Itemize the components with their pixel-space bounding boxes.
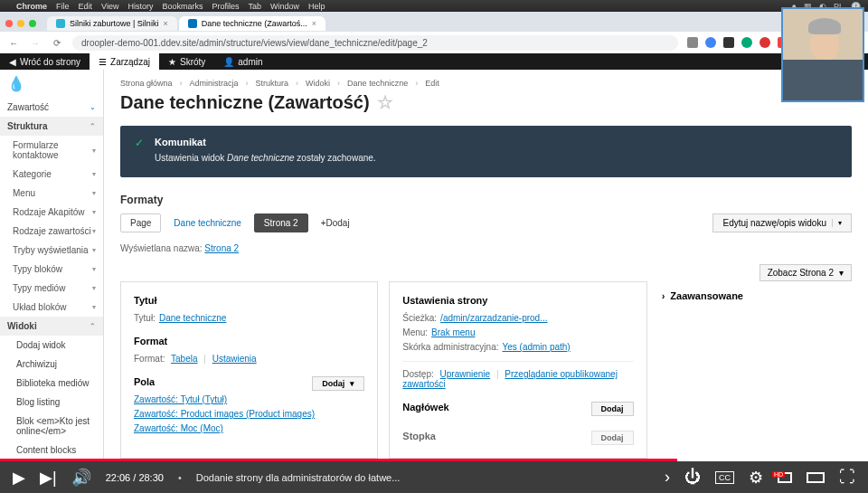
toolbar-manage[interactable]: ☰ Zarządzaj bbox=[90, 53, 159, 70]
forward-button: → bbox=[29, 38, 42, 48]
toolbar-back[interactable]: ◀ Wróć do strony bbox=[0, 53, 90, 70]
captions-button[interactable]: CC bbox=[715, 471, 734, 484]
display-tab-strona2[interactable]: Strona 2 bbox=[254, 213, 308, 232]
field-link[interactable]: Zawartość: Moc (Moc) bbox=[134, 423, 223, 433]
video-controls: ▶ ▶| 🔊 22:06 / 28:30 • Dodanie strony dl… bbox=[0, 461, 868, 493]
url-input[interactable]: droopler-demo-001.ddev.site/admin/struct… bbox=[72, 35, 678, 51]
play-button[interactable]: ▶ bbox=[13, 468, 25, 488]
sidebar-item[interactable]: Content blocks bbox=[0, 441, 103, 460]
window-controls[interactable] bbox=[5, 20, 36, 27]
next-button[interactable]: ▶| bbox=[40, 468, 57, 488]
access-link[interactable]: Uprawnienie bbox=[440, 369, 491, 379]
browser-tab-1[interactable]: Silniki zaburtowe | Silniki × bbox=[47, 16, 177, 31]
sidebar-item[interactable]: Formularze kontaktowe▾ bbox=[0, 136, 103, 165]
format-link[interactable]: Tabela bbox=[171, 354, 197, 364]
sidebar-item[interactable]: Biblioteka mediów bbox=[0, 374, 103, 393]
drupal-logo-icon[interactable]: 💧 bbox=[0, 70, 103, 98]
display-tab-add[interactable]: +Dodaj bbox=[312, 214, 359, 232]
autoplay-toggle[interactable]: ⏻ bbox=[684, 468, 701, 487]
app-name[interactable]: Chrome bbox=[16, 2, 47, 11]
chevron-down-icon: ▾ bbox=[350, 379, 354, 388]
sidebar-item[interactable]: Kategorie▾ bbox=[0, 165, 103, 184]
chevron-down-icon: ▾ bbox=[839, 268, 844, 278]
sidebar-item[interactable]: Blok <em>Kto jest online</em> bbox=[0, 412, 103, 441]
chapter-next-icon[interactable]: › bbox=[665, 468, 670, 487]
hamburger-icon: ☰ bbox=[99, 57, 107, 67]
admin-sidebar: 💧 Zawartość⌄ Struktura⌃ Formularze konta… bbox=[0, 70, 104, 461]
sidebar-item[interactable]: Tryby wyświetlania▾ bbox=[0, 241, 103, 260]
sidebar-structure[interactable]: Struktura⌃ bbox=[0, 117, 103, 136]
advanced-toggle[interactable]: › Zaawansowane bbox=[662, 290, 839, 301]
panel-page-settings: Ustawienia strony Ścieżka:/admin/zarzadz… bbox=[389, 281, 646, 459]
sidebar-item[interactable]: Rodzaje Akapitów▾ bbox=[0, 203, 103, 222]
presenter-webcam bbox=[781, 7, 864, 102]
video-title: Dodanie strony dla administratorów do ła… bbox=[196, 472, 650, 483]
theater-button[interactable] bbox=[807, 472, 825, 483]
menu-link[interactable]: Brak menu bbox=[431, 327, 475, 337]
sidebar-item[interactable]: Typy mediów▾ bbox=[0, 279, 103, 298]
sidebar-views[interactable]: Widoki⌃ bbox=[0, 317, 103, 336]
macos-menubar: Chrome File Edit View History Bookmarks … bbox=[0, 0, 868, 12]
admin-toolbar: ◀ Wróć do strony ☰ Zarządzaj ★ Skróty 👤 … bbox=[0, 53, 868, 70]
reload-button[interactable]: ⟳ bbox=[51, 38, 63, 48]
sidebar-item[interactable]: Rodzaje zawartości▾ bbox=[0, 222, 103, 241]
close-icon[interactable]: × bbox=[163, 19, 167, 28]
access-perm-link[interactable]: Przeglądanie opublikowanej zawartości bbox=[402, 369, 618, 389]
user-icon: 👤 bbox=[223, 57, 234, 67]
close-icon[interactable]: × bbox=[312, 19, 316, 28]
panel-title-format-fields: Tytuł Tytuł:Dane techniczne Format Forma… bbox=[120, 281, 378, 459]
volume-button[interactable]: 🔊 bbox=[71, 468, 91, 488]
skin-link[interactable]: Yes (admin path) bbox=[502, 342, 570, 352]
chevron-down-icon[interactable]: ▾ bbox=[832, 219, 842, 227]
page-title: Dane techniczne (Zawartość) ☆ bbox=[104, 88, 868, 126]
sidebar-item[interactable]: Układ bloków▾ bbox=[0, 298, 103, 317]
edit-view-name-button[interactable]: Edytuj nazwę/opis widoku▾ bbox=[712, 213, 852, 232]
formats-heading: Formaty bbox=[120, 194, 852, 206]
display-tab-data[interactable]: Dane techniczne bbox=[165, 214, 250, 232]
sidebar-content[interactable]: Zawartość⌄ bbox=[0, 98, 103, 117]
panel-advanced: › Zaawansowane bbox=[658, 281, 852, 459]
display-tab-page[interactable]: Page bbox=[120, 213, 161, 232]
settings-button[interactable]: ⚙HD bbox=[749, 468, 763, 488]
star-icon: ★ bbox=[168, 57, 176, 67]
view-display-dropdown[interactable]: Zobacz Strona 2▾ bbox=[760, 264, 852, 281]
main-content: Strona główna› Administracja› Struktura›… bbox=[104, 70, 868, 461]
back-button[interactable]: ← bbox=[7, 38, 20, 48]
sidebar-item[interactable]: Dodaj widok bbox=[0, 336, 103, 355]
chevron-right-icon: › bbox=[662, 290, 665, 301]
add-footer-button[interactable]: Dodaj bbox=[591, 431, 634, 445]
toolbar-user[interactable]: 👤 admin bbox=[214, 53, 271, 70]
check-icon: ✓ bbox=[135, 137, 144, 163]
format-settings-link[interactable]: Ustawienia bbox=[212, 354, 257, 364]
fullscreen-button[interactable]: ⛶ bbox=[839, 468, 855, 487]
video-time: 22:06 / 28:30 bbox=[106, 472, 164, 483]
field-link[interactable]: Zawartość: Product images (Product image… bbox=[134, 409, 315, 419]
star-outline-icon[interactable]: ☆ bbox=[377, 91, 393, 113]
toolbar-shortcuts[interactable]: ★ Skróty bbox=[159, 53, 214, 70]
title-link[interactable]: Dane techniczne bbox=[159, 313, 227, 323]
breadcrumb: Strona główna› Administracja› Struktura›… bbox=[104, 70, 868, 88]
path-link[interactable]: /admin/zarzadzanie-prod... bbox=[440, 313, 547, 323]
back-icon: ◀ bbox=[9, 57, 16, 67]
status-message: ✓ Komunikat Ustawienia widok Dane techni… bbox=[120, 126, 852, 177]
display-name-link[interactable]: Strona 2 bbox=[204, 243, 239, 253]
add-header-button[interactable]: Dodaj bbox=[591, 402, 634, 416]
browser-tab-2[interactable]: Dane techniczne (Zawartoś... × bbox=[179, 16, 326, 31]
sidebar-item[interactable]: Archiwizuj bbox=[0, 355, 103, 374]
sidebar-item[interactable]: Menu▾ bbox=[0, 184, 103, 203]
sidebar-item[interactable]: Blog listing bbox=[0, 393, 103, 412]
browser-chrome: Silniki zaburtowe | Silniki × Dane techn… bbox=[0, 12, 868, 53]
field-link[interactable]: Zawartość: Tytuł (Tytuł) bbox=[134, 394, 227, 404]
sidebar-item[interactable]: Typy bloków▾ bbox=[0, 260, 103, 279]
add-field-button[interactable]: Dodaj▾ bbox=[312, 376, 364, 391]
